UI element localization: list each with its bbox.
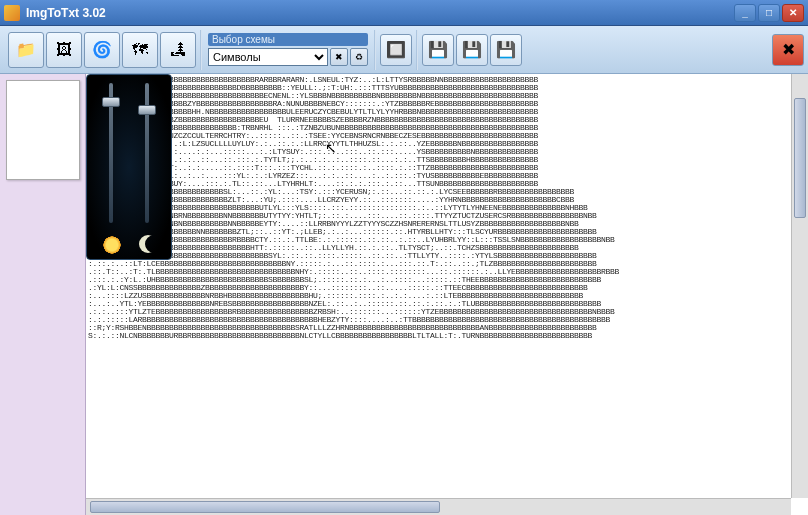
contrast-slider[interactable] — [137, 83, 157, 231]
toolbar: 📁 🖼 🌀 🗺 🏞 Выбор схемы Символы ✖ ♻ 🔲 💾 💾 … — [0, 26, 808, 74]
scheme-chooser: Выбор схемы Символы ✖ ♻ — [202, 33, 374, 66]
image-mode-2-button[interactable]: 🌀 — [84, 32, 120, 68]
image-mode-4-button[interactable]: 🏞 — [160, 32, 196, 68]
vertical-scrollbar[interactable] — [791, 74, 808, 498]
app-icon — [4, 5, 20, 21]
slider-track — [145, 83, 149, 223]
image-mode-3-button[interactable]: 🗺 — [122, 32, 158, 68]
window-controls: _ □ ✕ — [734, 4, 804, 22]
brightness-knob[interactable] — [102, 97, 120, 107]
image-mode-1-button[interactable]: 🖼 — [46, 32, 82, 68]
save-2-button[interactable]: 💾 — [456, 34, 488, 66]
brightness-contrast-popup — [86, 74, 172, 260]
scheme-select[interactable]: Символы — [208, 48, 328, 66]
scheme-delete-button[interactable]: ✖ — [330, 48, 348, 66]
scheme-reload-button[interactable]: ♻ — [350, 48, 368, 66]
brightness-slider[interactable] — [101, 83, 121, 231]
minimize-button[interactable]: _ — [734, 4, 756, 22]
source-thumbnail[interactable] — [6, 80, 80, 180]
preview-button[interactable]: 🔲 — [380, 34, 412, 66]
sun-icon — [102, 235, 122, 255]
save-1-button[interactable]: 💾 — [422, 34, 454, 66]
open-file-button[interactable]: 📁 — [8, 32, 44, 68]
ascii-output[interactable]: BBBBBBBBBBBBBBBBBBBBBBBBBBBBBBBBBBBBBRAR… — [86, 74, 808, 515]
window-title: ImgToTxt 3.02 — [26, 6, 734, 20]
vertical-scroll-thumb[interactable] — [794, 98, 806, 218]
horizontal-scroll-thumb[interactable] — [90, 501, 440, 513]
save-3-button[interactable]: 💾 — [490, 34, 522, 66]
close-button[interactable]: ✕ — [782, 4, 804, 22]
moon-icon — [139, 235, 157, 253]
thumbnail-panel — [0, 74, 86, 515]
horizontal-scrollbar[interactable] — [86, 498, 791, 515]
scheme-label: Выбор схемы — [208, 33, 368, 46]
help-button[interactable]: ✖ — [772, 34, 804, 66]
title-bar: ImgToTxt 3.02 _ □ ✕ — [0, 0, 808, 26]
contrast-knob[interactable] — [138, 105, 156, 115]
maximize-button[interactable]: □ — [758, 4, 780, 22]
